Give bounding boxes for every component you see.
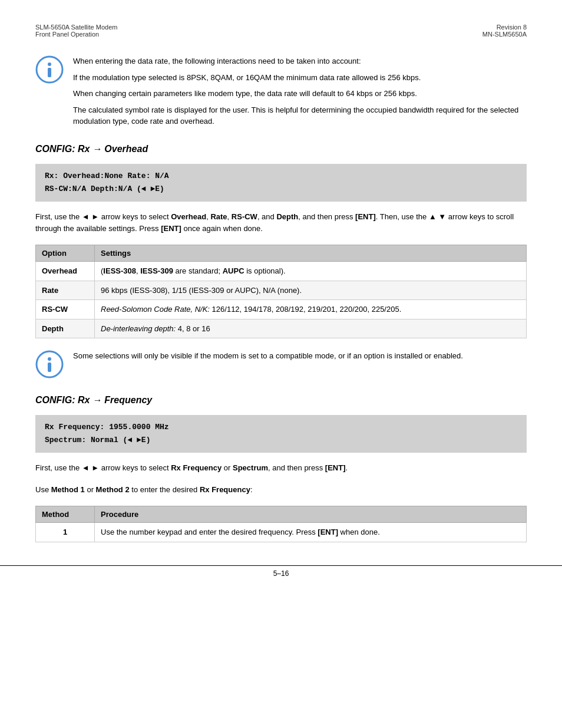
note1-para4: The calculated symbol rate is displayed … (73, 104, 527, 127)
th-option: Option (36, 245, 95, 262)
section2-code: Rx Frequency: 1955.0000 MHz Spectrum: No… (35, 415, 527, 453)
row3-col2: Reed-Solomon Code Rate, N/K: 126/112, 19… (95, 300, 527, 319)
page: SLM-5650A Satellite Modem Front Panel Op… (0, 0, 562, 589)
note1-para1: When entering the data rate, the followi… (73, 55, 527, 67)
note-box-1: When entering the data rate, the followi… (35, 55, 527, 127)
table-row: Rate 96 kbps (IESS-308), 1/15 (IESS-309 … (36, 281, 527, 300)
note-box-2: Some selections will only be visible if … (35, 350, 527, 378)
header-right: Revision 8 MN-SLM5650A (482, 24, 527, 38)
section1-code: Rx: Overhead:None Rate: N/A RS-CW:N/A De… (35, 164, 527, 202)
info-icon-2 (35, 350, 64, 378)
note-text-2: Some selections will only be visible if … (73, 350, 463, 362)
table-row: 1 Use the number keypad and enter the de… (36, 523, 527, 542)
header-docnum: MN-SLM5650A (482, 31, 527, 38)
row1-col2: (IESS-308, IESS-309 are standard; AUPC i… (95, 262, 527, 281)
header-left: SLM-5650A Satellite Modem Front Panel Op… (35, 24, 117, 38)
note1-para3: When changing certain parameters like mo… (73, 88, 527, 100)
page-header: SLM-5650A Satellite Modem Front Panel Op… (35, 24, 527, 38)
header-section: Front Panel Operation (35, 31, 117, 38)
row4-col2: De-interleaving depth: 4, 8 or 16 (95, 319, 527, 338)
header-product: SLM-5650A Satellite Modem (35, 24, 117, 31)
row2-col1: Rate (36, 281, 95, 300)
section-rx-overhead: CONFIG: Rx → Overhead Rx: Overhead:None … (35, 144, 527, 379)
section2-heading: CONFIG: Rx → Frequency (35, 395, 527, 406)
table-row: Depth De-interleaving depth: 4, 8 or 16 (36, 319, 527, 338)
table-row: RS-CW Reed-Solomon Code Rate, N/K: 126/1… (36, 300, 527, 319)
table-row: Overhead (IESS-308, IESS-309 are standar… (36, 262, 527, 281)
header-revision: Revision 8 (482, 24, 527, 31)
note2-text: Some selections will only be visible if … (73, 350, 463, 362)
svg-point-1 (48, 62, 51, 66)
note1-para2: If the modulation type selected is 8PSK,… (73, 72, 527, 84)
section2-table: Method Procedure 1 Use the number keypad… (35, 506, 527, 542)
th-method: Method (36, 506, 95, 523)
method1-col1: 1 (36, 523, 95, 542)
code2-line2: Spectrum: Normal (◄ ►E) (45, 434, 517, 447)
row4-col1: Depth (36, 319, 95, 338)
row2-col2: 96 kbps (IESS-308), 1/15 (IESS-309 or AU… (95, 281, 527, 300)
code2-line1: Rx Frequency: 1955.0000 MHz (45, 421, 517, 434)
svg-point-4 (48, 357, 51, 361)
section1-table: Option Settings Overhead (IESS-308, IESS… (35, 245, 527, 338)
row3-col1: RS-CW (36, 300, 95, 319)
section-rx-frequency: CONFIG: Rx → Frequency Rx Frequency: 195… (35, 395, 527, 542)
info-icon (35, 55, 64, 84)
section1-body: First, use the ◄ ► arrow keys to select … (35, 211, 527, 236)
th-settings: Settings (95, 245, 527, 262)
page-number: 5–16 (273, 569, 289, 578)
svg-rect-5 (48, 363, 51, 372)
section2-body2: Use Method 1 or Method 2 to enter the de… (35, 484, 527, 496)
page-footer: 5–16 (0, 565, 562, 578)
svg-rect-2 (48, 68, 51, 77)
code-line2: RS-CW:N/A Depth:N/A (◄ ►E) (45, 183, 517, 196)
code-line1: Rx: Overhead:None Rate: N/A (45, 170, 517, 183)
th-procedure: Procedure (95, 506, 527, 523)
section1-heading: CONFIG: Rx → Overhead (35, 144, 527, 154)
method1-col2: Use the number keypad and enter the desi… (95, 523, 527, 542)
row1-col1: Overhead (36, 262, 95, 281)
section2-body1: First, use the ◄ ► arrow keys to select … (35, 462, 527, 475)
note-text-1: When entering the data rate, the followi… (73, 55, 527, 127)
